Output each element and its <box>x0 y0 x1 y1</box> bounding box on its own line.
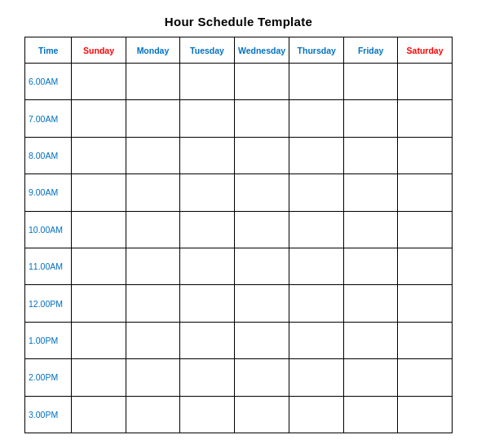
schedule-cell[interactable] <box>344 137 398 173</box>
schedule-cell[interactable] <box>126 322 179 358</box>
schedule-cell[interactable] <box>126 285 179 322</box>
schedule-cell[interactable] <box>180 248 235 284</box>
time-cell: 2.00PM <box>25 359 72 396</box>
schedule-cell[interactable] <box>180 285 235 322</box>
schedule-cell[interactable] <box>289 137 344 173</box>
table-row: 2.00PM <box>25 359 453 396</box>
time-cell: 12.00PM <box>25 285 72 322</box>
schedule-cell[interactable] <box>234 285 289 322</box>
header-wednesday: Wednesday <box>234 37 289 64</box>
table-row: 1.00PM <box>25 322 453 358</box>
schedule-cell[interactable] <box>398 211 453 248</box>
schedule-cell[interactable] <box>398 285 453 322</box>
schedule-cell[interactable] <box>126 248 179 284</box>
header-thursday: Thursday <box>289 37 344 64</box>
schedule-cell[interactable] <box>234 248 289 284</box>
table-row: 7.00AM <box>25 100 453 137</box>
header-sunday: Sunday <box>72 37 126 64</box>
schedule-cell[interactable] <box>72 211 126 248</box>
schedule-cell[interactable] <box>289 100 344 137</box>
schedule-cell[interactable] <box>398 174 453 211</box>
schedule-cell[interactable] <box>398 248 453 284</box>
schedule-cell[interactable] <box>398 100 453 137</box>
schedule-cell[interactable] <box>126 64 179 100</box>
schedule-cell[interactable] <box>180 137 235 173</box>
schedule-cell[interactable] <box>72 285 126 322</box>
schedule-cell[interactable] <box>72 174 126 211</box>
header-saturday: Saturday <box>398 37 453 64</box>
page-title: Hour Schedule Template <box>165 15 312 29</box>
schedule-cell[interactable] <box>180 100 235 137</box>
time-cell: 1.00PM <box>25 322 72 358</box>
schedule-cell[interactable] <box>344 211 398 248</box>
schedule-cell[interactable] <box>289 285 344 322</box>
table-row: 10.00AM <box>25 211 453 248</box>
schedule-cell[interactable] <box>234 137 289 173</box>
schedule-cell[interactable] <box>72 64 126 100</box>
schedule-cell[interactable] <box>344 359 398 396</box>
schedule-cell[interactable] <box>344 100 398 137</box>
schedule-cell[interactable] <box>72 359 126 396</box>
table-row: 3.00PM <box>25 396 453 433</box>
schedule-cell[interactable] <box>180 322 235 358</box>
schedule-cell[interactable] <box>72 396 126 433</box>
table-row: 9.00AM <box>25 174 453 211</box>
schedule-cell[interactable] <box>289 396 344 433</box>
header-row: Time Sunday Monday Tuesday Wednesday Thu… <box>25 37 453 64</box>
time-cell: 11.00AM <box>25 248 72 284</box>
header-monday: Monday <box>126 37 179 64</box>
schedule-cell[interactable] <box>234 396 289 433</box>
schedule-cell[interactable] <box>344 64 398 100</box>
schedule-cell[interactable] <box>344 248 398 284</box>
header-friday: Friday <box>344 37 398 64</box>
schedule-cell[interactable] <box>398 359 453 396</box>
time-cell: 6.00AM <box>25 64 72 100</box>
schedule-cell[interactable] <box>344 174 398 211</box>
schedule-cell[interactable] <box>180 211 235 248</box>
time-cell: 8.00AM <box>25 137 72 173</box>
schedule-cell[interactable] <box>234 359 289 396</box>
schedule-cell[interactable] <box>180 396 235 433</box>
schedule-cell[interactable] <box>234 174 289 211</box>
table-row: 8.00AM <box>25 137 453 173</box>
time-cell: 7.00AM <box>25 100 72 137</box>
schedule-cell[interactable] <box>289 64 344 100</box>
schedule-cell[interactable] <box>72 100 126 137</box>
schedule-cell[interactable] <box>72 322 126 358</box>
schedule-cell[interactable] <box>234 322 289 358</box>
schedule-cell[interactable] <box>289 174 344 211</box>
schedule-cell[interactable] <box>180 359 235 396</box>
schedule-cell[interactable] <box>289 248 344 284</box>
schedule-cell[interactable] <box>72 248 126 284</box>
schedule-cell[interactable] <box>398 322 453 358</box>
header-tuesday: Tuesday <box>180 37 235 64</box>
schedule-cell[interactable] <box>126 359 179 396</box>
schedule-cell[interactable] <box>126 396 179 433</box>
schedule-cell[interactable] <box>344 396 398 433</box>
schedule-cell[interactable] <box>126 100 179 137</box>
schedule-cell[interactable] <box>289 359 344 396</box>
time-cell: 9.00AM <box>25 174 72 211</box>
header-time: Time <box>25 37 72 64</box>
schedule-cell[interactable] <box>126 137 179 173</box>
schedule-cell[interactable] <box>234 64 289 100</box>
schedule-cell[interactable] <box>126 174 179 211</box>
table-row: 12.00PM <box>25 285 453 322</box>
table-row: 6.00AM <box>25 64 453 100</box>
schedule-cell[interactable] <box>126 211 179 248</box>
schedule-cell[interactable] <box>398 64 453 100</box>
schedule-cell[interactable] <box>344 285 398 322</box>
time-cell: 3.00PM <box>25 396 72 433</box>
schedule-cell[interactable] <box>234 100 289 137</box>
schedule-cell[interactable] <box>234 211 289 248</box>
schedule-cell[interactable] <box>180 64 235 100</box>
schedule-cell[interactable] <box>180 174 235 211</box>
time-cell: 10.00AM <box>25 211 72 248</box>
schedule-cell[interactable] <box>72 137 126 173</box>
schedule-cell[interactable] <box>289 322 344 358</box>
schedule-cell[interactable] <box>398 396 453 433</box>
schedule-cell[interactable] <box>344 322 398 358</box>
table-row: 11.00AM <box>25 248 453 284</box>
schedule-cell[interactable] <box>289 211 344 248</box>
schedule-cell[interactable] <box>398 137 453 173</box>
